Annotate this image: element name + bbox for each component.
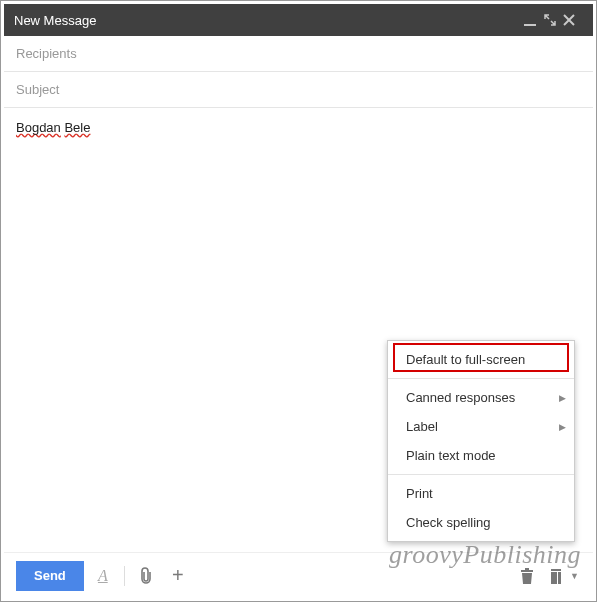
menu-canned-responses[interactable]: Canned responses ▶ [388, 383, 574, 412]
svg-rect-7 [558, 572, 561, 584]
subject-field[interactable]: Subject [4, 72, 593, 108]
svg-rect-5 [551, 569, 561, 571]
menu-label-item[interactable]: Label ▶ [388, 412, 574, 441]
body-word-2: Bele [64, 120, 90, 135]
menu-label: Plain text mode [406, 448, 556, 463]
recipients-placeholder: Recipients [16, 46, 77, 61]
window-title: New Message [14, 13, 523, 28]
more-options-icon[interactable] [546, 562, 566, 590]
toolbar-separator [124, 566, 125, 586]
svg-rect-6 [551, 572, 557, 584]
body-word-1: Bogdan [16, 120, 61, 135]
trash-icon[interactable] [514, 562, 540, 590]
svg-rect-3 [521, 570, 533, 572]
menu-label: Check spelling [406, 515, 556, 530]
more-caret-icon[interactable]: ▼ [570, 571, 581, 581]
menu-label: Default to full-screen [406, 352, 556, 367]
submenu-arrow-icon: ▶ [559, 393, 566, 403]
svg-rect-0 [524, 24, 536, 26]
compose-frame: New Message Recipients Subject [0, 0, 597, 602]
compose-toolbar: Send A + [4, 552, 593, 598]
send-button[interactable]: Send [16, 561, 84, 591]
insert-icon[interactable]: + [165, 562, 191, 590]
menu-label: Label [406, 419, 556, 434]
submenu-arrow-icon: ▶ [559, 422, 566, 432]
attach-icon[interactable] [133, 562, 159, 590]
menu-label: Canned responses [406, 390, 556, 405]
fullscreen-icon[interactable] [543, 13, 563, 27]
recipients-field[interactable]: Recipients [4, 36, 593, 72]
svg-rect-4 [525, 568, 529, 570]
formatting-icon[interactable]: A [90, 562, 116, 590]
menu-print[interactable]: Print [388, 479, 574, 508]
menu-separator [388, 378, 574, 379]
menu-check-spelling[interactable]: Check spelling [388, 508, 574, 537]
menu-separator [388, 474, 574, 475]
menu-default-fullscreen[interactable]: Default to full-screen [388, 345, 574, 374]
compose-window: New Message Recipients Subject [4, 4, 593, 598]
close-icon[interactable] [563, 14, 583, 26]
menu-plain-text[interactable]: Plain text mode [388, 441, 574, 470]
minimize-icon[interactable] [523, 13, 543, 27]
menu-label: Print [406, 486, 556, 501]
more-options-menu: Default to full-screen Canned responses … [387, 340, 575, 542]
titlebar: New Message [4, 4, 593, 36]
subject-placeholder: Subject [16, 82, 59, 97]
